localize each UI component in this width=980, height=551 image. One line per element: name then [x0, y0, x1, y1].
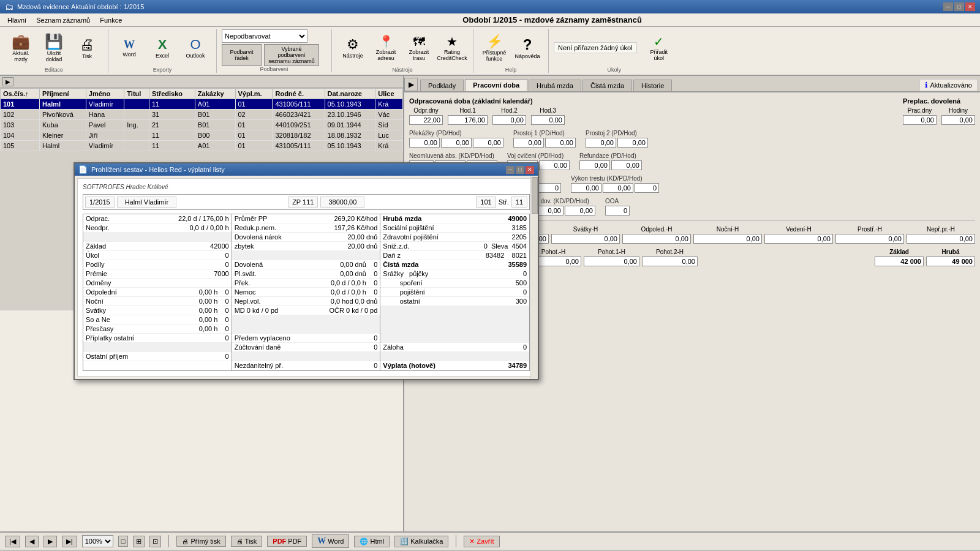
hod3-input[interactable]: [531, 115, 565, 125]
modal-close[interactable]: ✕: [526, 166, 534, 174]
table-row[interactable]: 102PivoňkováHana31B0102466023/42123.10.1…: [1, 110, 403, 120]
col-ulice[interactable]: Ulice: [375, 89, 403, 99]
prostoj1-input1[interactable]: [513, 138, 544, 148]
nav-prev[interactable]: ◀: [25, 536, 39, 547]
prekazy-input2[interactable]: [441, 138, 472, 148]
pdf-button[interactable]: PDF PDF: [267, 536, 307, 547]
zobrazit-trasu-button[interactable]: 🗺 Zobrazittrasu: [403, 29, 435, 67]
tabs-scroll-left[interactable]: ▶: [404, 78, 418, 91]
tisk-bottom-button[interactable]: 🖨 Tisk: [231, 536, 263, 547]
zobrazit-adresu-button[interactable]: 📍 Zobrazitadresu: [370, 29, 402, 67]
podbarveni-select[interactable]: Nepodbarvovat: [222, 29, 307, 43]
close-app-button[interactable]: ✕: [965, 2, 975, 11]
word-button[interactable]: W Word: [113, 29, 145, 67]
col-titul[interactable]: Titul: [124, 89, 149, 99]
col-datum[interactable]: Dat.naroze: [325, 89, 375, 99]
col-vypl[interactable]: Výpl.m.: [235, 89, 273, 99]
col-stredisko[interactable]: Středisko: [149, 89, 195, 99]
rating-button[interactable]: ★ RatingCreditCheck: [436, 29, 468, 67]
prostoj2-input1[interactable]: [586, 138, 616, 148]
prekazy-input3[interactable]: [473, 138, 503, 148]
rodicovska-input3[interactable]: [565, 206, 595, 216]
menu-funkce[interactable]: Funkce: [95, 15, 127, 25]
nastroje-button[interactable]: ⚙ Nástroje: [337, 29, 369, 67]
hod1-input[interactable]: [448, 115, 488, 125]
modal-content[interactable]: SOFTPROFES Hradec Králové 1/2015 Halml V…: [77, 178, 535, 377]
minimize-button[interactable]: ─: [943, 2, 953, 11]
ooa-input[interactable]: [605, 206, 630, 216]
odpr-dny-input[interactable]: [409, 115, 443, 125]
table-row[interactable]: 103KubaPavelIng.21B0101440109/25109.01.1…: [1, 120, 403, 130]
table-row[interactable]: 104KleinerJiří11B0001320818/18218.08.193…: [1, 130, 403, 141]
podbarvit-radek-button[interactable]: Podbarvitřádek: [222, 44, 262, 66]
tab-cista-mzda[interactable]: Čistá mzda: [582, 80, 632, 91]
html-button[interactable]: 🌐 Html: [354, 536, 390, 547]
table-row[interactable]: 101HalmlVladimír11A0101431005/11105.10.1…: [1, 99, 403, 110]
ps-row: Odpolední 0,00 h 0: [83, 288, 232, 297]
excel-button[interactable]: X Excel: [146, 29, 178, 67]
view-grid[interactable]: ⊞: [133, 536, 145, 547]
refundace-input2[interactable]: [611, 160, 642, 170]
scrollbar-thumb[interactable]: [532, 177, 538, 214]
zaklad-input[interactable]: [875, 257, 924, 266]
hruba-input[interactable]: [926, 257, 975, 266]
odpoled-input[interactable]: [622, 234, 691, 244]
vykon-trestu-input2[interactable]: [603, 183, 633, 193]
prekazy-input1[interactable]: [409, 138, 440, 148]
tab-hruba-mzda[interactable]: Hrubá mzda: [529, 80, 581, 91]
modal-scrollbar[interactable]: [530, 176, 538, 379]
menu-hlavni[interactable]: Hlavní: [2, 15, 31, 25]
tab-pracovni-doba[interactable]: Pracovní doba: [465, 79, 527, 91]
hod2-input[interactable]: [492, 115, 526, 125]
pohot2-input[interactable]: [642, 257, 698, 266]
svatky-input[interactable]: [551, 234, 620, 244]
vybrane-podbarveni-button[interactable]: Vybrané podbarveníseznamu záznamů: [264, 44, 319, 66]
table-row[interactable]: 105HalmlVladimír11A0101431005/11105.10.1…: [1, 141, 403, 151]
kalkulacka-button[interactable]: 🔢 Kalkulačka: [394, 536, 448, 547]
voj-cviceni-input2[interactable]: [539, 160, 570, 170]
smeny-input5[interactable]: [537, 183, 561, 193]
col-zakazky[interactable]: Zakázky: [195, 89, 235, 99]
cell-6: 01: [235, 141, 273, 151]
word-bottom-button[interactable]: W Word: [312, 534, 349, 548]
vedeni-input[interactable]: [764, 234, 833, 244]
napoveda-button[interactable]: ? Nápověda: [511, 29, 543, 67]
tisk-button[interactable]: 🖨 Tisk: [71, 29, 103, 67]
hodiny-input[interactable]: [941, 115, 975, 125]
col-jmeno[interactable]: Jméno: [86, 89, 124, 99]
tab-historie[interactable]: Historie: [633, 80, 672, 91]
modal-minimize[interactable]: ─: [506, 166, 514, 174]
nav-next[interactable]: ▶: [43, 536, 57, 547]
view-single[interactable]: □: [118, 536, 129, 547]
label-vedeni: Vedení-H: [764, 226, 833, 233]
vykon-trestu-input3[interactable]: [635, 183, 659, 193]
primy-tisk-button[interactable]: 🖨 Přímý tisk: [176, 536, 225, 547]
refundace-input1[interactable]: [579, 160, 610, 170]
tab-podklady[interactable]: Podklady: [420, 80, 464, 91]
neprac-input[interactable]: [907, 234, 975, 244]
col-rodne[interactable]: Rodné č.: [273, 89, 325, 99]
pohot1-input[interactable]: [584, 257, 639, 266]
col-prijmeni[interactable]: Příjmení: [40, 89, 86, 99]
priradit-ukol-button[interactable]: ✓ Přiřaditúkol: [643, 29, 675, 67]
modal-maximize[interactable]: □: [516, 166, 524, 174]
prac-dny-input[interactable]: [903, 115, 937, 125]
col-os-cis[interactable]: Os.čís.↑: [1, 89, 40, 99]
nav-first[interactable]: |◀: [5, 536, 20, 547]
view-multi[interactable]: ⊡: [149, 536, 161, 547]
outlook-button[interactable]: O Outlook: [179, 29, 211, 67]
menu-seznam[interactable]: Seznam záznamů: [31, 15, 95, 25]
prostr-input[interactable]: [835, 234, 904, 244]
prostoj2-input2[interactable]: [617, 138, 648, 148]
prostoj1-input2[interactable]: [545, 138, 576, 148]
nav-expand[interactable]: ▶: [2, 77, 13, 86]
zavrit-bottom-button[interactable]: ✕ Zavřít: [464, 536, 499, 547]
zoom-select[interactable]: 100% 75% 125% 150%: [82, 535, 113, 547]
pristupne-funkce-button[interactable]: ⚡ Přístupnéfunkce: [478, 29, 510, 67]
aktualni-mzdy-button[interactable]: 💼 Aktuál.mzdy: [5, 29, 37, 67]
ulozit-doklad-button[interactable]: 💾 Uložitdoklad: [38, 29, 70, 67]
maximize-button[interactable]: □: [954, 2, 964, 11]
nav-last[interactable]: ▶|: [62, 536, 77, 547]
vykon-trestu-input1[interactable]: [571, 183, 601, 193]
nocni-input[interactable]: [693, 234, 762, 244]
